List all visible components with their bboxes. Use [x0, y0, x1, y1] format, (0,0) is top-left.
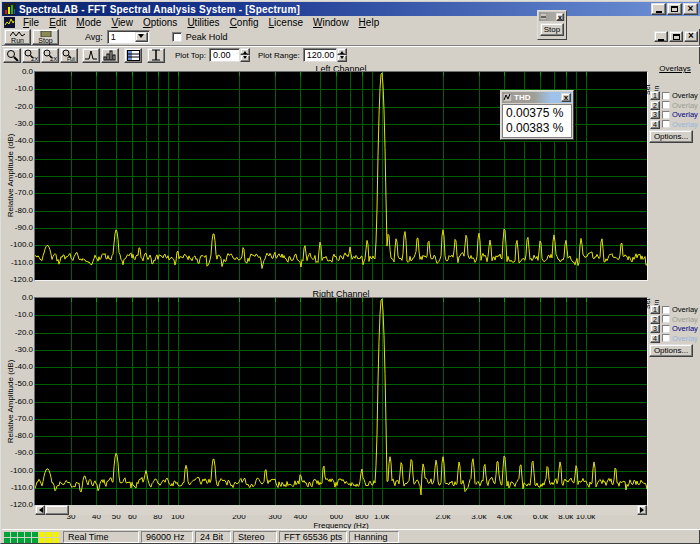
overlay-set-button-4[interactable]: 4: [650, 334, 660, 343]
overlay-on-checkbox-2[interactable]: [662, 315, 670, 323]
overlay-label: Overlay 2: [672, 101, 700, 110]
plot-range-field[interactable]: 120.00: [303, 48, 337, 62]
status-bar: Real Time96000 Hz24 BitStereoFFT 65536 p…: [2, 529, 700, 544]
menu-item-license[interactable]: License: [264, 17, 308, 28]
stop-window-title-bar[interactable]: x: [539, 12, 565, 21]
restore-button[interactable]: [667, 3, 682, 15]
svg-text:2X: 2X: [50, 56, 57, 62]
overlay-on-checkbox-2[interactable]: [662, 101, 670, 109]
y-tick-label: -50.0: [2, 380, 33, 388]
menu-item-mode[interactable]: Mode: [71, 17, 106, 28]
overlay-on-checkbox-3[interactable]: [662, 325, 670, 333]
menu-item-view[interactable]: View: [106, 17, 138, 28]
overlay-on-checkbox-1[interactable]: [662, 92, 670, 100]
y-tick-label: -20.0: [2, 329, 33, 337]
zoom-out-2x-button[interactable]: 2X: [41, 48, 59, 63]
scroll-right-button[interactable]: [637, 505, 647, 515]
table-icon: [127, 50, 140, 61]
frequency-scrollbar[interactable]: [35, 505, 647, 515]
menu-item-config[interactable]: Config: [225, 17, 264, 28]
overlay-set-button-3[interactable]: 3: [650, 324, 660, 333]
thd-window[interactable]: THD x 0.00375 %0.00383 %: [500, 90, 574, 140]
transport-toolbar: Run Stop Avg: 1 Peak Hold: [2, 29, 700, 46]
y-tick-label: -70.0: [2, 189, 33, 197]
overlay-label: Overlay 2: [672, 315, 700, 324]
overlay-set-button-2[interactable]: 2: [650, 315, 660, 324]
status-panel: Stereo: [233, 531, 277, 543]
overlay-set-button-4[interactable]: 4: [650, 120, 660, 129]
menu-item-help[interactable]: Help: [354, 17, 385, 28]
overlay-set-button-3[interactable]: 3: [650, 110, 660, 119]
menu-item-edit[interactable]: Edit: [44, 17, 71, 28]
menu-item-utilities[interactable]: Utilities: [182, 17, 224, 28]
meter-segment-green: [11, 538, 17, 543]
overlay-on-checkbox-3[interactable]: [662, 111, 670, 119]
avg-combobox[interactable]: 1: [107, 30, 150, 44]
overlay-row: 3Overlay 3: [650, 324, 700, 333]
spectrum-plot-right[interactable]: [35, 298, 647, 505]
overlay-row: 3Overlay 3: [650, 110, 700, 119]
avg-value: 1: [111, 32, 116, 42]
zoom-in-2x-button[interactable]: 2X: [22, 48, 40, 63]
plot-top-field[interactable]: 0.00: [209, 48, 240, 62]
magnifier-out-2x-icon: 2X: [43, 49, 58, 62]
minimize-button[interactable]: [651, 3, 666, 15]
peak-hold-checkbox[interactable]: [172, 32, 182, 42]
overlay-options-button[interactable]: Options...: [649, 130, 693, 143]
stop-button[interactable]: Stop: [32, 29, 59, 45]
bar-plot-button[interactable]: [101, 48, 119, 63]
chevron-down-icon[interactable]: [135, 32, 148, 42]
y-tick-label: -120.0: [2, 501, 33, 509]
close-icon[interactable]: x: [561, 93, 571, 102]
menu-item-window[interactable]: Window: [308, 17, 354, 28]
overlays-header: Overlays: [649, 64, 700, 73]
plot-range-spinner[interactable]: [337, 48, 347, 62]
overlay-on-checkbox-4[interactable]: [662, 120, 670, 128]
level-meter: [4, 532, 59, 543]
thd-value: 0.00375 %: [506, 106, 568, 121]
meter-segment-green: [32, 532, 38, 537]
spectrum-client-area: Left ChannelRelative Amplitude (dB)0.0-1…: [2, 64, 700, 529]
overlay-set-button-1[interactable]: 1: [650, 305, 660, 314]
thd-value: 0.00383 %: [506, 121, 568, 136]
y-tick-label: -110.0: [2, 484, 33, 492]
status-panel: FFT 65536 pts: [279, 531, 347, 543]
plot-top-spinner[interactable]: [240, 48, 250, 62]
scroll-left-button[interactable]: [35, 505, 45, 515]
table-view-button[interactable]: [124, 48, 142, 63]
scrollbar-thumb[interactable]: [45, 505, 69, 515]
status-panel: Hanning: [349, 531, 399, 543]
line-plot-button[interactable]: [82, 48, 100, 63]
svg-text:Full: Full: [67, 56, 75, 62]
title-bar[interactable]: SpectraLAB - FFT Spectral Analysis Syste…: [2, 2, 700, 16]
menu-item-file[interactable]: File: [18, 17, 44, 28]
avg-label: Avg:: [85, 32, 103, 42]
overlay-set-button-2[interactable]: 2: [650, 101, 660, 110]
overlay-set-button-1[interactable]: 1: [650, 91, 660, 100]
meter-segment-green: [25, 532, 31, 537]
overlay-options-button[interactable]: Options...: [649, 344, 693, 357]
y-tick-label: -100.0: [2, 241, 33, 249]
run-button[interactable]: Run: [4, 29, 31, 45]
overlay-on-checkbox-4[interactable]: [662, 334, 670, 342]
y-tick-label: -80.0: [2, 432, 33, 440]
thd-values: 0.00375 %0.00383 %: [502, 104, 572, 138]
magnifier-full-icon: Full: [62, 49, 77, 62]
floating-stop-button[interactable]: Stop: [540, 23, 564, 36]
close-button[interactable]: ×: [683, 3, 698, 15]
meter-segment-green: [18, 532, 24, 537]
status-panels: Real Time96000 Hz24 BitStereoFFT 65536 p…: [63, 531, 401, 543]
menu-item-options[interactable]: Options: [138, 17, 182, 28]
overlay-on-checkbox-1[interactable]: [662, 306, 670, 314]
meter-segment-yellow: [53, 538, 59, 543]
cursor-ibeam-button[interactable]: [147, 48, 165, 63]
zoom-button[interactable]: [3, 48, 21, 63]
meter-segment-green: [4, 532, 10, 537]
close-icon[interactable]: x: [556, 13, 564, 21]
y-tick-label: -10.0: [2, 311, 33, 319]
floating-stop-window[interactable]: x Stop: [537, 10, 567, 40]
overlay-label: Overlay 4: [672, 120, 700, 129]
zoom-out-full-button[interactable]: Full: [60, 48, 78, 63]
thd-title-bar[interactable]: THD x: [502, 92, 572, 103]
bar-chart-icon: [103, 50, 117, 61]
